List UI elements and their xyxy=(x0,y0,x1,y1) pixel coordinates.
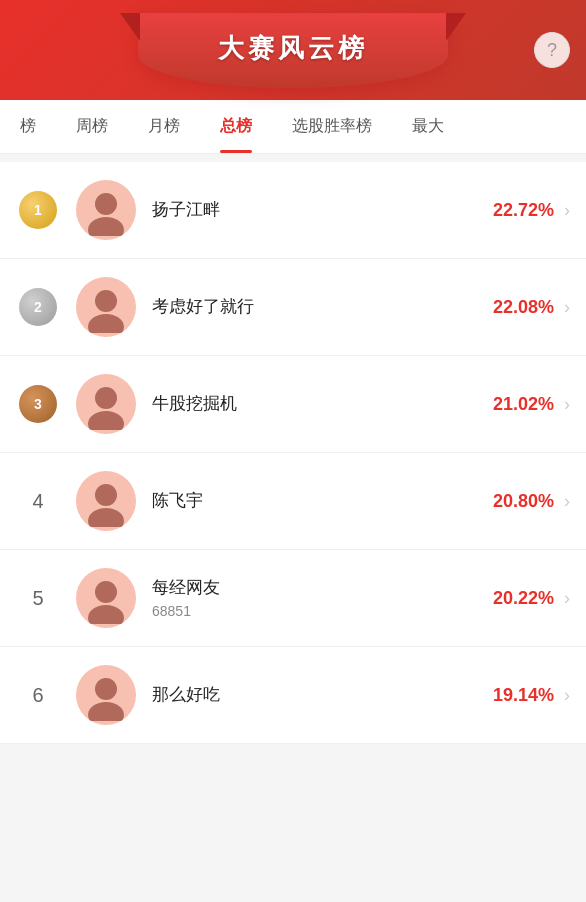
user-info: 考虑好了就行 xyxy=(152,296,493,318)
user-name: 陈飞宇 xyxy=(152,490,493,512)
banner-ribbon: 大赛风云榜 xyxy=(138,13,448,88)
percentage: 21.02% xyxy=(493,394,554,415)
tab-total[interactable]: 总榜 xyxy=(200,100,272,153)
chevron-right-icon: › xyxy=(564,685,570,706)
medal-bronze: 3 xyxy=(19,385,57,423)
svg-point-1 xyxy=(88,217,124,236)
tab-max[interactable]: 最大 xyxy=(392,100,464,153)
user-name: 考虑好了就行 xyxy=(152,296,493,318)
table-row[interactable]: 3 牛股挖掘机 21.02% › xyxy=(0,356,586,453)
user-name: 每经网友 xyxy=(152,577,493,599)
chevron-right-icon: › xyxy=(564,297,570,318)
percentage: 22.72% xyxy=(493,200,554,221)
rank-number: 6 xyxy=(32,684,43,707)
avatar xyxy=(76,568,136,628)
leaderboard-list: 1 扬子江畔 22.72% › 2 考虑好了就行 22.08% › xyxy=(0,162,586,744)
user-info: 那么好吃 xyxy=(152,684,493,706)
svg-point-6 xyxy=(95,484,117,506)
user-info: 陈飞宇 xyxy=(152,490,493,512)
medal-gold: 1 xyxy=(19,191,57,229)
rank-badge-4: 4 xyxy=(16,490,60,513)
svg-point-0 xyxy=(95,193,117,215)
avatar xyxy=(76,471,136,531)
svg-point-8 xyxy=(95,581,117,603)
rank-badge-2: 2 xyxy=(16,288,60,326)
rank-badge-1: 1 xyxy=(16,191,60,229)
svg-point-5 xyxy=(88,411,124,430)
rank-badge-3: 3 xyxy=(16,385,60,423)
avatar xyxy=(76,374,136,434)
svg-point-3 xyxy=(88,314,124,333)
tab-bar: 榜 周榜 月榜 总榜 选股胜率榜 最大 xyxy=(0,100,586,154)
chevron-right-icon: › xyxy=(564,491,570,512)
svg-point-10 xyxy=(95,678,117,700)
rank-badge-5: 5 xyxy=(16,587,60,610)
chevron-right-icon: › xyxy=(564,394,570,415)
table-row[interactable]: 6 那么好吃 19.14% › xyxy=(0,647,586,744)
percentage: 19.14% xyxy=(493,685,554,706)
avatar xyxy=(76,180,136,240)
rank-badge-6: 6 xyxy=(16,684,60,707)
table-row[interactable]: 2 考虑好了就行 22.08% › xyxy=(0,259,586,356)
user-sub: 68851 xyxy=(152,603,493,619)
table-row[interactable]: 1 扬子江畔 22.72% › xyxy=(0,162,586,259)
avatar xyxy=(76,665,136,725)
banner: 大赛风云榜 ? xyxy=(0,0,586,100)
rank-number: 5 xyxy=(32,587,43,610)
tab-weekly[interactable]: 周榜 xyxy=(56,100,128,153)
banner-title: 大赛风云榜 xyxy=(218,33,368,63)
tab-daily[interactable]: 榜 xyxy=(0,100,56,153)
user-name: 扬子江畔 xyxy=(152,199,493,221)
table-row[interactable]: 4 陈飞宇 20.80% › xyxy=(0,453,586,550)
user-info: 牛股挖掘机 xyxy=(152,393,493,415)
user-name: 牛股挖掘机 xyxy=(152,393,493,415)
chevron-right-icon: › xyxy=(564,200,570,221)
svg-point-11 xyxy=(88,702,124,721)
avatar xyxy=(76,277,136,337)
rank-number: 4 xyxy=(32,490,43,513)
percentage: 20.22% xyxy=(493,588,554,609)
svg-point-4 xyxy=(95,387,117,409)
percentage: 20.80% xyxy=(493,491,554,512)
svg-point-2 xyxy=(95,290,117,312)
help-icon: ? xyxy=(547,40,557,61)
tab-monthly[interactable]: 月榜 xyxy=(128,100,200,153)
user-info: 每经网友 68851 xyxy=(152,577,493,618)
table-row[interactable]: 5 每经网友 68851 20.22% › xyxy=(0,550,586,647)
chevron-right-icon: › xyxy=(564,588,570,609)
help-button[interactable]: ? xyxy=(534,32,570,68)
medal-silver: 2 xyxy=(19,288,57,326)
svg-point-9 xyxy=(88,605,124,624)
user-info: 扬子江畔 xyxy=(152,199,493,221)
user-name: 那么好吃 xyxy=(152,684,493,706)
tab-pickrate[interactable]: 选股胜率榜 xyxy=(272,100,392,153)
svg-point-7 xyxy=(88,508,124,527)
percentage: 22.08% xyxy=(493,297,554,318)
